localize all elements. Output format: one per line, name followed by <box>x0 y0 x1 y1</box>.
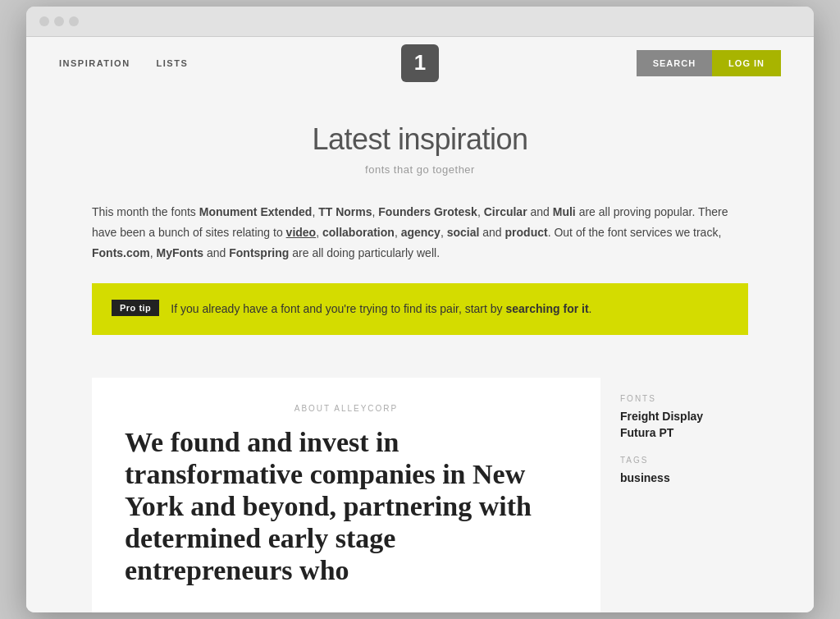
font-circular: Circular <box>484 205 527 218</box>
sidebar-fonts-label: FONTS <box>620 394 728 403</box>
sidebar-tag-business[interactable]: business <box>620 471 728 484</box>
card-section: ABOUT ALLEYCORP We found and invest in t… <box>26 378 814 612</box>
browser-chrome <box>26 7 814 37</box>
maximize-button-icon[interactable] <box>69 16 79 26</box>
sidebar-fonts-section: FONTS Freight Display Futura PT <box>620 394 728 439</box>
nav-left: INSPIRATION LISTS <box>59 58 188 68</box>
font-monument: Monument Extended <box>199 205 313 218</box>
sidebar-tags-section: TAGS business <box>620 456 728 484</box>
login-button[interactable]: LOG IN <box>712 50 781 76</box>
pro-tip-box: Pro tip If you already have a font and y… <box>92 283 748 334</box>
service-myfonts: MyFonts <box>157 246 204 259</box>
browser-window: INSPIRATION LISTS 1 SEARCH LOG IN Latest… <box>26 7 814 612</box>
tag-collaboration: collaboration <box>322 226 395 239</box>
font-founders: Founders Grotesk <box>378 205 477 218</box>
logo-symbol: 1 <box>414 50 426 76</box>
main-content: This month the fonts Monument Extended, … <box>26 202 814 361</box>
intro-paragraph: This month the fonts Monument Extended, … <box>92 202 748 264</box>
font-ttnorms: TT Norms <box>318 205 372 218</box>
logo-box: 1 <box>401 44 439 82</box>
close-button-icon[interactable] <box>39 16 49 26</box>
nav-inspiration-link[interactable]: INSPIRATION <box>59 58 130 68</box>
service-fontspring: Fontspring <box>229 246 289 259</box>
card-label: ABOUT ALLEYCORP <box>125 404 568 413</box>
search-button[interactable]: SEARCH <box>637 50 712 76</box>
font-muli: Muli <box>553 205 576 218</box>
nav-right: SEARCH LOG IN <box>637 50 781 76</box>
pro-tip-label: Pro tip <box>112 300 159 316</box>
tag-product: product <box>505 226 548 239</box>
tag-social: social <box>447 226 480 239</box>
browser-content: INSPIRATION LISTS 1 SEARCH LOG IN Latest… <box>26 37 814 612</box>
traffic-lights <box>39 16 79 26</box>
card-main: ABOUT ALLEYCORP We found and invest in t… <box>92 378 600 612</box>
pro-tip-content: If you already have a font and you're tr… <box>171 302 591 315</box>
sidebar-font-freight[interactable]: Freight Display <box>620 410 728 423</box>
pro-tip-text: If you already have a font and you're tr… <box>171 300 591 318</box>
tag-agency: agency <box>401 226 441 239</box>
nav-logo[interactable]: 1 <box>401 44 439 82</box>
hero-section: Latest inspiration fonts that go togethe… <box>26 89 814 202</box>
sidebar-tags-label: TAGS <box>620 456 728 465</box>
hero-title: Latest inspiration <box>26 122 814 157</box>
pro-tip-link[interactable]: searching for it <box>505 302 588 315</box>
service-fonts: Fonts.com <box>92 246 150 259</box>
tag-video[interactable]: video <box>286 226 317 239</box>
card-sidebar: FONTS Freight Display Futura PT TAGS bus… <box>600 378 748 612</box>
card-heading: We found and invest in transformative co… <box>125 426 568 586</box>
navbar: INSPIRATION LISTS 1 SEARCH LOG IN <box>26 37 814 89</box>
hero-subtitle: fonts that go together <box>26 163 814 176</box>
nav-lists-link[interactable]: LISTS <box>157 58 189 68</box>
minimize-button-icon[interactable] <box>54 16 64 26</box>
sidebar-font-futura[interactable]: Futura PT <box>620 426 728 439</box>
